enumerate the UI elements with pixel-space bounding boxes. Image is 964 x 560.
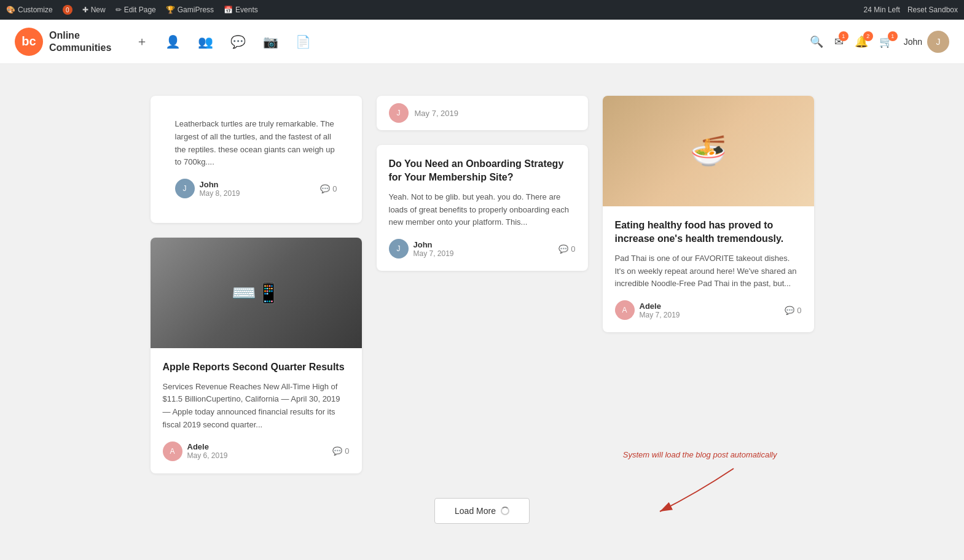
card-food-excerpt: Pad Thai is one of our FAVORITE takeout … bbox=[615, 252, 802, 290]
search-icon[interactable]: 🔍 bbox=[810, 35, 823, 49]
mail-badge: 1 bbox=[839, 31, 848, 41]
card-food-title: Eating healthy food has proved to increa… bbox=[615, 219, 802, 246]
card-onboarding-date: May 7, 2019 bbox=[413, 249, 454, 258]
card-onboarding-author-info: John May 7, 2019 bbox=[413, 240, 454, 258]
cart-icon[interactable]: 🛒 1 bbox=[879, 35, 893, 49]
comment-icon: 💬 bbox=[320, 184, 330, 193]
load-more-label: Load More bbox=[455, 506, 496, 516]
card-onboarding-body: Do You Need an Onboarding Strategy for Y… bbox=[377, 145, 588, 271]
nav-message-icon[interactable]: 💬 bbox=[230, 34, 246, 49]
column-2: J May 7, 2019 Do You Need an Onboarding … bbox=[377, 96, 588, 473]
card-turtle-author: J John May 8, 2019 bbox=[175, 179, 240, 198]
edit-icon: ✏ bbox=[116, 6, 122, 14]
author-adele-avatar-food: A bbox=[615, 300, 635, 320]
nav-add-icon[interactable]: ＋ bbox=[136, 33, 148, 50]
site-header: bc Online Communities ＋ 👤 👥 💬 📷 📄 🔍 ✉ 1 … bbox=[0, 20, 964, 64]
mail-icon[interactable]: ✉ 1 bbox=[834, 35, 844, 49]
card-turtle-meta: J John May 8, 2019 💬 0 bbox=[175, 179, 337, 198]
card-onboarding-excerpt: Yeah. Not to be glib. but yeah. you do. … bbox=[389, 191, 576, 229]
partial-date: May 7, 2019 bbox=[415, 109, 459, 118]
customize-icon: 🎨 bbox=[6, 6, 15, 14]
card-apple-comments: 💬 0 bbox=[332, 446, 349, 456]
events-link[interactable]: 📅 Events bbox=[224, 6, 258, 14]
user-area[interactable]: John J bbox=[904, 31, 949, 53]
customize-link[interactable]: 🎨 Customize bbox=[6, 6, 53, 14]
author-adele-avatar-apple: A bbox=[163, 441, 182, 461]
card-food-author: A Adele May 7, 2019 bbox=[615, 300, 680, 320]
card-onboarding-author: J John May 7, 2019 bbox=[389, 239, 454, 259]
username: John bbox=[904, 37, 922, 47]
author-john-avatar-onboarding: J bbox=[389, 239, 409, 259]
notification-bell-icon[interactable]: 🔔 2 bbox=[855, 35, 868, 49]
comment-icon-apple: 💬 bbox=[332, 446, 342, 456]
new-icon: ✚ bbox=[82, 6, 88, 14]
nav-profile-icon[interactable]: 👤 bbox=[165, 34, 181, 49]
author-adele-name-apple: Adele bbox=[187, 442, 228, 451]
nav-media-icon[interactable]: 📷 bbox=[263, 34, 278, 49]
card-apple-title: Apple Reports Second Quarter Results bbox=[163, 360, 350, 374]
time-left: 24 Min Left bbox=[864, 6, 900, 14]
cards-grid: Leatherback turtles are truly remarkable… bbox=[151, 96, 814, 473]
admin-bar: 🎨 Customize 0 ✚ New ✏ Edit Page 🏆 GamiPr… bbox=[0, 0, 964, 20]
logo-area[interactable]: bc Online Communities bbox=[15, 28, 111, 56]
logo-icon: bc bbox=[15, 28, 43, 56]
loading-spinner bbox=[501, 507, 509, 515]
card-turtle-date: May 8, 2019 bbox=[200, 189, 240, 198]
author-john-name: John bbox=[200, 180, 240, 189]
card-partial-onboarding-top: J May 7, 2019 bbox=[377, 96, 588, 130]
comment-icon-onboarding: 💬 bbox=[558, 244, 568, 254]
load-more-button[interactable]: Load More bbox=[434, 498, 530, 524]
card-food-comments: 💬 0 bbox=[785, 306, 801, 315]
cart-badge: 1 bbox=[888, 31, 898, 41]
card-food-meta: A Adele May 7, 2019 💬 0 bbox=[615, 300, 802, 320]
nav-document-icon[interactable]: 📄 bbox=[296, 34, 311, 49]
card-onboarding-title: Do You Need an Onboarding Strategy for Y… bbox=[389, 157, 576, 185]
card-turtle-excerpt: Leatherback turtles are truly remarkable… bbox=[175, 118, 337, 169]
card-food: Eating healthy food has proved to increa… bbox=[603, 96, 814, 332]
gamipress-link[interactable]: 🏆 GamiPress bbox=[166, 6, 214, 14]
card-food-date: May 7, 2019 bbox=[640, 311, 680, 319]
admin-bar-right: 24 Min Left Reset Sandbox bbox=[864, 6, 958, 14]
author-john-name-onboarding: John bbox=[413, 240, 454, 249]
card-onboarding: Do You Need an Onboarding Strategy for Y… bbox=[377, 145, 588, 271]
notification-badge: 2 bbox=[863, 31, 873, 41]
load-more-section: Load More System will load the blog post… bbox=[151, 498, 814, 524]
card-food-body: Eating healthy food has proved to increa… bbox=[603, 206, 814, 332]
card-apple: Apple Reports Second Quarter Results Ser… bbox=[151, 238, 362, 473]
card-turtle-body: Leatherback turtles are truly remarkable… bbox=[163, 106, 350, 211]
user-avatar: J bbox=[927, 31, 949, 53]
card-apple-excerpt: Services Revenue Reaches New All-Time Hi… bbox=[163, 381, 350, 432]
card-food-author-info: Adele May 7, 2019 bbox=[640, 301, 680, 319]
header-right: 🔍 ✉ 1 🔔 2 🛒 1 John J bbox=[810, 31, 949, 53]
nav-group-icon[interactable]: 👥 bbox=[198, 34, 213, 49]
column-3: Eating healthy food has proved to increa… bbox=[603, 96, 814, 473]
card-apple-author-info: Adele May 6, 2019 bbox=[187, 442, 228, 460]
author-john-avatar: J bbox=[175, 179, 195, 198]
events-icon: 📅 bbox=[224, 6, 233, 14]
bubble-count: 0 bbox=[63, 5, 72, 15]
card-turtle-comments: 💬 0 bbox=[320, 184, 337, 193]
author-adele-name-food: Adele bbox=[640, 301, 680, 311]
nav-icons: ＋ 👤 👥 💬 📷 📄 bbox=[136, 33, 809, 50]
card-turtle: Leatherback turtles are truly remarkable… bbox=[151, 96, 362, 223]
site-name: Online Communities bbox=[49, 29, 111, 53]
card-onboarding-meta: J John May 7, 2019 💬 0 bbox=[389, 239, 576, 259]
gamipress-icon: 🏆 bbox=[166, 6, 175, 14]
card-apple-image bbox=[151, 238, 362, 348]
partial-author-avatar: J bbox=[389, 103, 409, 123]
edit-page-link[interactable]: ✏ Edit Page bbox=[116, 6, 156, 14]
card-onboarding-comments: 💬 0 bbox=[558, 244, 575, 254]
reset-sandbox-link[interactable]: Reset Sandbox bbox=[907, 6, 958, 14]
comment-icon-food: 💬 bbox=[785, 306, 794, 315]
card-apple-author: A Adele May 6, 2019 bbox=[163, 441, 228, 461]
card-apple-date: May 6, 2019 bbox=[187, 451, 228, 460]
card-apple-meta: A Adele May 6, 2019 💬 0 bbox=[163, 441, 350, 461]
column-1: Leatherback turtles are truly remarkable… bbox=[151, 96, 362, 473]
card-turtle-author-info: John May 8, 2019 bbox=[200, 180, 240, 198]
new-link[interactable]: ✚ New bbox=[82, 6, 106, 14]
main-content: Leatherback turtles are truly remarkable… bbox=[114, 84, 851, 560]
card-food-image bbox=[603, 96, 814, 206]
card-apple-body: Apple Reports Second Quarter Results Ser… bbox=[151, 348, 362, 473]
